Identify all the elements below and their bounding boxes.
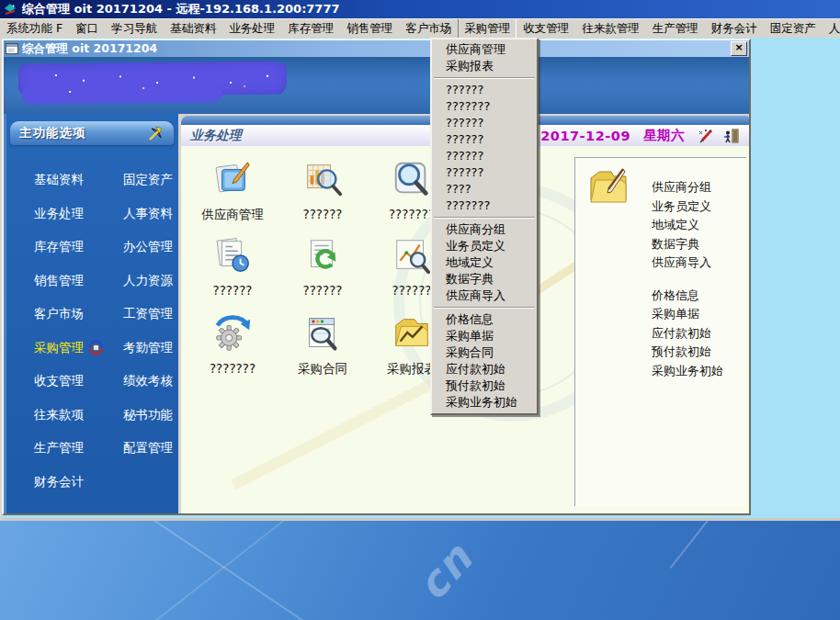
sidebar-item-customer-market[interactable]: 客户市场 [34, 306, 123, 322]
sidebar-item-secretary[interactable]: 秘书功能 [123, 407, 178, 423]
dd-payable-init[interactable]: 应付款初始 [432, 361, 537, 378]
tile-label: ?????? [277, 207, 369, 221]
link-payable-init[interactable]: 应付款初始 [652, 324, 746, 344]
inner-window: 综合管理 oit 20171204 × 主功能选项 [2, 39, 751, 515]
current-date: 2017-12-09 [540, 129, 630, 143]
link-price-info[interactable]: 价格信息 [652, 287, 746, 306]
sidebar-item-base-data[interactable]: 基础资料 [34, 172, 123, 188]
sidebar-item-inventory[interactable]: 库存管理 [34, 239, 123, 255]
menu-business[interactable]: 业务处理 [222, 18, 281, 38]
folder-chart-icon [391, 312, 433, 355]
repair-pen-icon[interactable] [698, 128, 714, 144]
inner-window-title: 综合管理 oit 20171204 [22, 41, 157, 57]
dd-region-define[interactable]: 地域定义 [432, 254, 537, 271]
dd-unknown-8[interactable]: ??????? [432, 197, 537, 214]
tile-purchase-contract[interactable]: 采购合同 [277, 312, 369, 378]
sidebar-item-salary[interactable]: 工资管理 [123, 306, 178, 322]
exit-icon[interactable] [723, 128, 740, 144]
link-region-define[interactable]: 地域定义 [652, 216, 746, 235]
sidebar-item-purchase[interactable]: 采购管理 [34, 340, 123, 356]
inner-window-titlebar[interactable]: 综合管理 oit 20171204 × [4, 40, 749, 57]
chart-search-icon [391, 234, 433, 276]
menu-finance[interactable]: 财务会计 [705, 18, 764, 38]
menu-sales[interactable]: 销售管理 [340, 18, 399, 38]
tile-label: 供应商管理 [187, 207, 278, 223]
inner-window-icon [6, 43, 18, 54]
menu-window[interactable]: 窗口 [69, 18, 105, 38]
menu-fixed-assets[interactable]: 固定资产 [764, 18, 823, 38]
sidebar-item-business[interactable]: 业务处理 [34, 206, 123, 222]
sidebar-item-performance[interactable]: 绩效考核 [123, 373, 178, 389]
dd-data-dictionary[interactable]: 数据字典 [432, 271, 537, 287]
menu-base-data[interactable]: 基础资料 [164, 18, 222, 38]
dd-salesman-define[interactable]: 业务员定义 [432, 238, 537, 254]
dd-unknown-1[interactable]: ?????? [432, 82, 537, 98]
dd-unknown-7[interactable]: ???? [432, 181, 537, 197]
link-purchase-business-init[interactable]: 采购业务初始 [652, 362, 746, 381]
sidebar-item-fixed-assets[interactable]: 固定资产 [123, 172, 178, 188]
dd-purchase-report[interactable]: 采购报表 [432, 58, 537, 74]
dd-purchase-business-init[interactable]: 采购业务初始 [432, 394, 537, 411]
loading-spinner-icon [88, 340, 104, 355]
desktop-wallpaper: cn [0, 521, 840, 620]
redaction-scribble [18, 61, 287, 96]
dd-unknown-4[interactable]: ?????? [432, 131, 537, 148]
sidebar-item-current-accounts[interactable]: 往来款项 [34, 407, 123, 423]
menu-purchase[interactable]: 采购管理 [458, 18, 516, 38]
sidebar-item-configuration[interactable]: 配置管理 [123, 440, 178, 457]
sidebar-item-production[interactable]: 生产管理 [34, 440, 123, 457]
sidebar-header-label: 主功能选项 [19, 125, 86, 141]
menu-hr[interactable]: 人事资料 [823, 18, 840, 38]
date-cluster: 2017-12-09 星期六 [540, 127, 740, 144]
menu-production[interactable]: 生产管理 [646, 18, 705, 38]
sidebar-header: 主功能选项 [10, 121, 174, 145]
close-icon[interactable]: × [731, 41, 747, 56]
chart-magnifier-icon [301, 158, 344, 200]
dd-supplier-group[interactable]: 供应商分组 [432, 221, 537, 238]
document-refresh-icon [301, 234, 344, 276]
dd-unknown-6[interactable]: ?????? [432, 164, 537, 181]
menu-separator [434, 307, 535, 309]
sidebar-item-finance[interactable]: 财务会计 [34, 474, 123, 490]
menu-bar: 系统功能 F 窗口 学习导航 基础资料 业务处理 库存管理 销售管理 客户市场 … [0, 18, 840, 38]
link-purchase-bill[interactable]: 采购单据 [652, 305, 746, 324]
menu-customer-market[interactable]: 客户市场 [399, 18, 458, 38]
sidebar: 主功能选项 基础资料固定资产 业务处理人事资料 库存管理办公管理 销售管理人力资… [4, 114, 178, 513]
tile-settings-sync[interactable]: ??????? [187, 312, 278, 376]
link-supplier-group[interactable]: 供应商分组 [652, 178, 746, 197]
archer-collapse-icon[interactable] [147, 125, 165, 142]
dd-unknown-3[interactable]: ?????? [432, 115, 537, 131]
link-salesman-define[interactable]: 业务员定义 [652, 197, 746, 217]
link-prepay-init[interactable]: 预付款初始 [652, 343, 746, 362]
tile-documents[interactable]: ?????? [187, 234, 278, 298]
dd-supplier-management[interactable]: 供应商管理 [432, 41, 537, 58]
link-supplier-import[interactable]: 供应商导入 [652, 254, 746, 273]
menu-income-expense[interactable]: 收支管理 [516, 18, 575, 38]
dd-supplier-import[interactable]: 供应商导入 [432, 287, 537, 304]
tile-supplier-management[interactable]: 供应商管理 [187, 158, 278, 223]
sidebar-item-attendance[interactable]: 考勤管理 [123, 340, 178, 356]
sidebar-item-office[interactable]: 办公管理 [123, 239, 178, 255]
dd-unknown-2[interactable]: ??????? [432, 98, 537, 115]
window-titlebar[interactable]: 综合管理 oit 20171204 - 远程-192.168.1.200:777… [0, 0, 840, 18]
dd-unknown-5[interactable]: ?????? [432, 148, 537, 164]
dd-price-info[interactable]: 价格信息 [432, 311, 537, 328]
menu-system[interactable]: 系统功能 F [0, 18, 69, 38]
sidebar-item-sales[interactable]: 销售管理 [34, 273, 123, 289]
sidebar-item-income-expense[interactable]: 收支管理 [34, 373, 123, 389]
tile-report-query[interactable]: ?????? [277, 158, 369, 221]
sidebar-item-human-resources[interactable]: 人力资源 [123, 273, 178, 289]
purchase-dropdown-menu: 供应商管理 采购报表 ?????? ??????? ?????? ?????? … [430, 38, 539, 415]
dd-purchase-contract[interactable]: 采购合同 [432, 344, 537, 361]
menu-current-accounts[interactable]: 往来款管理 [575, 18, 646, 38]
dd-prepay-init[interactable]: 预付款初始 [432, 378, 537, 394]
link-data-dictionary[interactable]: 数据字典 [652, 235, 746, 254]
tile-refresh-document[interactable]: ?????? [277, 234, 369, 298]
menu-learning-nav[interactable]: 学习导航 [105, 18, 164, 38]
supplier-folder-pen-icon [211, 158, 254, 200]
sidebar-item-hr-data[interactable]: 人事资料 [123, 206, 178, 222]
menu-inventory[interactable]: 库存管理 [281, 18, 340, 38]
dd-purchase-bill[interactable]: 采购单据 [432, 328, 537, 344]
menu-separator [434, 217, 535, 219]
list-gap [652, 273, 746, 287]
